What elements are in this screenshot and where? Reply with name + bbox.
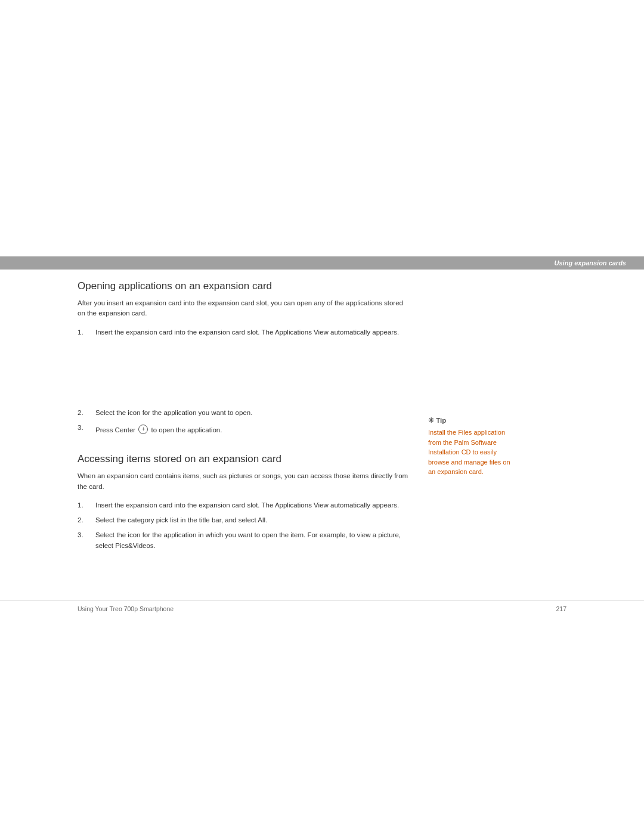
tip-title: ✳ Tip [428,416,515,425]
step-number-3: 3. [78,423,95,435]
section2-intro: When an expansion card contains items, s… [78,471,411,492]
footer-right-text: 217 [556,605,566,612]
step-text-2: Select the icon for the application you … [95,408,411,418]
step-item-3: 3. Press Center to open the application. [78,423,411,435]
tip-sidebar: ✳ Tip Install the Files application from… [428,416,515,477]
section1-intro: After you insert an expansion card into … [78,298,411,319]
image-spacer [78,342,411,408]
footer-left-text: Using Your Treo 700p Smartphone [78,605,174,612]
section2-step-number-3: 3. [78,530,95,551]
section1-steps: 1. Insert the expansion card into the ex… [78,327,411,337]
step-text-3: Press Center to open the application. [95,423,411,435]
section2-step-text-1: Insert the expansion card into the expan… [95,500,411,510]
header-bar: Using expansion cards [0,256,644,270]
header-bar-text: Using expansion cards [555,259,626,267]
step-text: Insert the expansion card into the expan… [95,327,411,337]
section2-step-item-2: 2. Select the category pick list in the … [78,515,411,525]
section2-step-number-1: 1. [78,500,95,510]
step-item-2: 2. Select the icon for the application y… [78,408,411,418]
section1-title: Opening applications on an expansion car… [78,280,411,292]
footer: Using Your Treo 700p Smartphone 217 [0,600,644,612]
section2-step-text-3: Select the icon for the application in w… [95,530,411,551]
step-item: 1. Insert the expansion card into the ex… [78,327,411,337]
section2: Accessing items stored on an expansion c… [78,453,411,551]
content-area: Opening applications on an expansion car… [78,280,411,556]
section2-title: Accessing items stored on an expansion c… [78,453,411,465]
section1: Opening applications on an expansion car… [78,280,411,435]
section2-step-text-2: Select the category pick list in the tit… [95,515,411,525]
section2-steps: 1. Insert the expansion card into the ex… [78,500,411,551]
page-container: Using expansion cards Opening applicatio… [0,0,644,833]
section2-step-item-3: 3. Select the icon for the application i… [78,530,411,551]
section2-step-number-2: 2. [78,515,95,525]
center-button-icon [138,425,148,434]
tip-text: Install the Files application from the P… [428,428,515,477]
section1-steps-continued: 2. Select the icon for the application y… [78,408,411,436]
step-number: 1. [78,327,95,337]
section2-step-item-1: 1. Insert the expansion card into the ex… [78,500,411,510]
step-number-2: 2. [78,408,95,418]
